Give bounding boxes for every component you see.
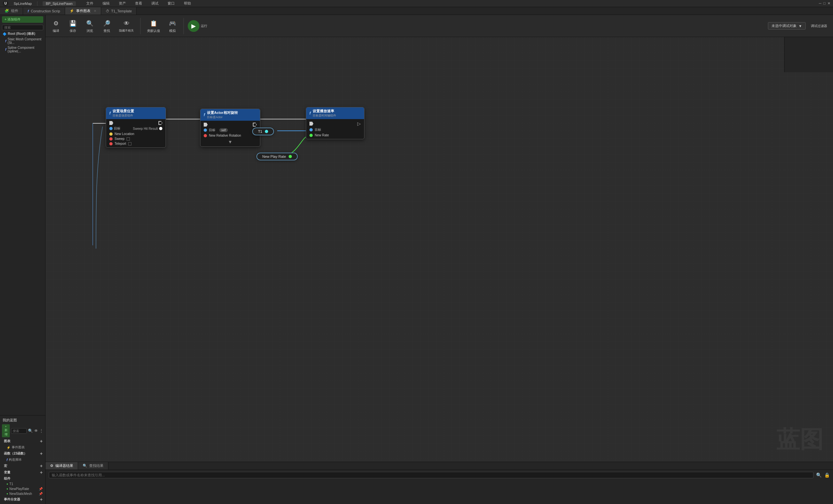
bp-settings-icon[interactable]: ⋮ <box>39 429 43 433</box>
add-component-button[interactable]: + 添加组件 <box>2 16 43 23</box>
teleport-dot <box>109 142 113 145</box>
expand-icon[interactable]: ▼ <box>228 139 233 144</box>
comps-section[interactable]: 组件 <box>0 476 45 482</box>
menu-view[interactable]: 查看 <box>133 0 144 6</box>
bp-search-icon[interactable]: 🔍 <box>28 429 33 433</box>
save-button[interactable]: 💾 保存 <box>66 18 80 34</box>
menu-window[interactable]: 窗口 <box>166 0 177 6</box>
node-set-rotation[interactable]: f 设置Actor相对旋转 目标是Actor 目标 self New Relat… <box>200 109 260 147</box>
pin-teleport[interactable]: Teleport <box>109 142 162 145</box>
tab-title[interactable]: BP_SpLinePawn <box>43 1 76 6</box>
pin-sweep[interactable]: Sweep <box>109 137 162 141</box>
new-static-mesh-var-label: NewStaticMesh <box>9 492 32 496</box>
tab-event-graph[interactable]: ⚡ 事件图表 ✕ <box>65 7 101 15</box>
class-defaults-button[interactable]: 📋 类默认值 <box>144 18 163 34</box>
bp-view-icon[interactable]: 👁 <box>34 429 38 433</box>
my-blueprints-title[interactable]: 我的蓝图 <box>0 417 45 424</box>
nsm-icon-btn[interactable]: 📌 <box>39 492 43 496</box>
pin-target-location[interactable]: 目标 Sweep Hit Result <box>109 126 162 131</box>
run-button[interactable]: ▶ <box>188 20 199 32</box>
teleport-checkbox[interactable] <box>128 142 132 145</box>
sweep-checkbox[interactable] <box>126 137 130 141</box>
construct-script-item[interactable]: f 构造脚本 <box>0 457 45 463</box>
tree-item-static-mesh[interactable]: f Staic Mesh Component (St... <box>0 37 45 45</box>
tab-components[interactable]: 🧩 组件 <box>0 7 23 15</box>
pin-target-spr[interactable]: 目标 <box>309 127 361 132</box>
new-play-rate-node[interactable]: New Play Rate <box>256 152 298 161</box>
pin-exec-in-location[interactable] <box>109 121 162 125</box>
menu-file[interactable]: 文件 <box>84 0 95 6</box>
debug-filter-btn[interactable]: 调试过滤器 <box>808 22 830 30</box>
tab-construction-script[interactable]: f Construction Scrip <box>23 7 65 15</box>
tab-t1-label: T1_Template <box>111 9 132 13</box>
graphs-section[interactable]: 图表 + <box>0 438 45 445</box>
tab-cs-icon: f <box>28 9 29 13</box>
t1-var-item[interactable]: ● T1 <box>0 482 45 486</box>
new-bp-button[interactable]: + 新增 <box>2 424 10 437</box>
window-restore[interactable]: □ <box>823 1 826 5</box>
my-blueprints-panel: 我的蓝图 + 新增 🔍 👁 ⋮ 图表 + ⚡ 事件图表 函数（23函数） + f… <box>0 415 45 504</box>
window-close[interactable]: ✕ <box>828 1 830 5</box>
save-label: 保存 <box>70 29 76 33</box>
tab-compiler-results[interactable]: ⚙ 编译器结果 <box>46 462 78 470</box>
hide-unrelated-button[interactable]: 👁 隐藏不相关 <box>117 18 136 34</box>
pin-exec-rotation[interactable] <box>204 123 257 126</box>
cs-icon2: f <box>6 458 7 462</box>
macros-plus[interactable]: + <box>40 463 43 469</box>
functions-plus[interactable]: + <box>40 451 43 456</box>
new-play-rate-var-item[interactable]: ● NewPlayRate 📌 <box>0 486 45 491</box>
new-rate-label: New Rate <box>315 134 329 137</box>
event-graph-item[interactable]: ⚡ 事件图表 <box>0 445 45 450</box>
macros-section[interactable]: 宏 + <box>0 463 45 469</box>
window-minimize[interactable]: ─ <box>819 1 822 5</box>
sm-label: Staic Mesh Component (St... <box>7 38 43 45</box>
component-search-input[interactable] <box>2 25 43 30</box>
tree-item-root[interactable]: 🔷 Root (Root) (继承) <box>0 31 45 37</box>
pin-exec-spr[interactable]: ▷ <box>309 121 361 126</box>
tab-t1-icon: ⏱ <box>106 9 109 13</box>
find-button[interactable]: 🔎 查找 <box>100 18 114 34</box>
bottom-search-input[interactable] <box>49 472 813 478</box>
tab-components-label: 组件 <box>11 8 18 13</box>
tab-eg-close[interactable]: ✕ <box>94 9 96 13</box>
debug-filter-dropdown[interactable]: 未选中调试对象 ▼ <box>768 22 806 30</box>
menu-debug[interactable]: 调试 <box>149 0 161 6</box>
ed-plus[interactable]: + <box>40 497 43 502</box>
browse-icon: 🔍 <box>85 19 94 28</box>
compile-label: 编译 <box>53 29 59 33</box>
node-set-play-rate[interactable]: f 设置播放速率 目标是时间轴组件 ▷ 目标 New Rate <box>306 107 364 139</box>
tab-t1-template[interactable]: ⏱ T1_Template <box>101 7 137 15</box>
debug-filter-chevron: ▼ <box>799 24 802 28</box>
pin-target-rotation[interactable]: 目标 self <box>204 128 257 133</box>
graphs-plus[interactable]: + <box>40 439 43 444</box>
browse-button[interactable]: 🔍 浏览 <box>82 18 97 34</box>
npr-icon-btn[interactable]: 📌 <box>39 487 43 491</box>
simulate-button[interactable]: 🎮 模拟 <box>165 18 180 34</box>
t1-timeline-node[interactable]: T1 <box>252 127 274 135</box>
exec-pin-rot-in <box>204 123 208 126</box>
pin-new-location[interactable]: New Location <box>109 132 162 136</box>
menu-edit[interactable]: 编辑 <box>100 0 112 6</box>
menu-help[interactable]: 帮助 <box>182 0 193 6</box>
new-static-mesh-var-item[interactable]: ● NewStaticMesh 📌 <box>0 491 45 496</box>
blueprint-canvas[interactable]: 缩放 1:1 f 设置场景位置 目标是场景组件 <box>46 37 833 462</box>
pin-new-rate[interactable]: New Rate <box>309 134 361 137</box>
vars-plus[interactable]: + <box>40 470 43 475</box>
teleport-label: Teleport <box>115 142 126 145</box>
event-dispatchers-section[interactable]: 事件分发器 + <box>0 496 45 503</box>
tab-find-results[interactable]: 🔍 查找结果 <box>78 462 109 470</box>
bp-search-input[interactable] <box>11 428 27 434</box>
vars-section[interactable]: 变量 + <box>0 469 45 476</box>
tree-item-spline[interactable]: f Spline Component (spline(... <box>0 45 45 54</box>
toolbar-sep-1 <box>140 18 141 34</box>
pin-new-rotation[interactable]: New Relative Rotation <box>204 134 257 137</box>
bottom-search-icon[interactable]: 🔍 <box>816 473 822 478</box>
tab-cs-label: Construction Scrip <box>31 9 60 13</box>
compile-button[interactable]: ⚙ 编译 <box>49 18 63 34</box>
functions-section[interactable]: 函数（23函数） + <box>0 450 45 457</box>
bottom-lock-icon[interactable]: 🔒 <box>824 473 830 478</box>
menu-asset[interactable]: 资产 <box>117 0 128 6</box>
sweep-dot <box>109 137 113 141</box>
tab-components-icon: 🧩 <box>4 9 9 13</box>
node-set-location[interactable]: f 设置场景位置 目标是场景组件 目标 <box>106 107 166 148</box>
